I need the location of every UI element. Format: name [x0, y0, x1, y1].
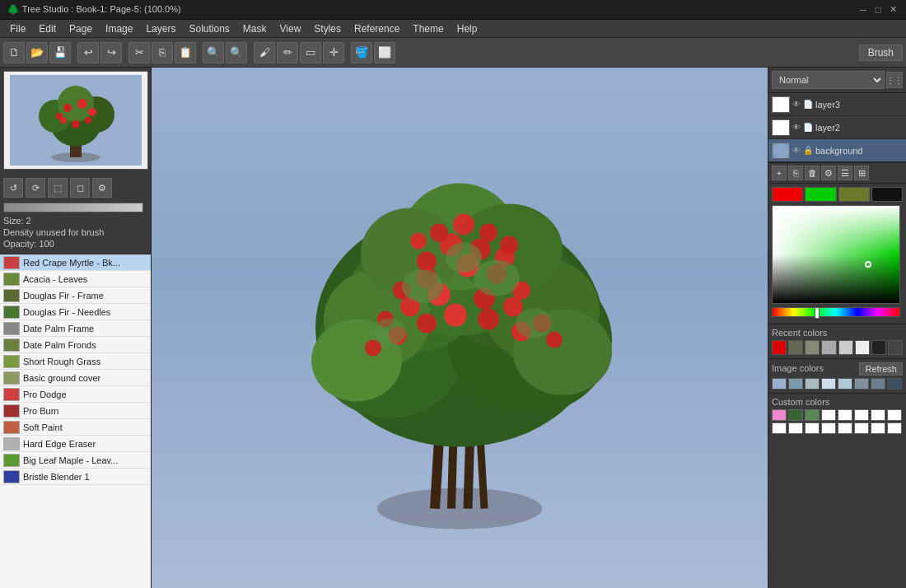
brush-list-item[interactable]: Red Crape Myrtle - Bk...: [0, 254, 151, 271]
image-color-swatch[interactable]: [887, 378, 902, 390]
menu-item-file[interactable]: File: [3, 21, 32, 36]
brush-list-item[interactable]: Douglas Fir - Frame: [0, 287, 151, 304]
hue-bar[interactable]: [772, 307, 900, 317]
menu-item-edit[interactable]: Edit: [32, 21, 63, 36]
layer-item[interactable]: 👁📄layer3: [768, 93, 906, 116]
menu-item-styles[interactable]: Styles: [307, 21, 348, 36]
canvas-area[interactable]: [152, 68, 768, 588]
duplicate-layer-button[interactable]: ⎘: [788, 166, 803, 180]
brush-list-item[interactable]: Short Rough Grass: [0, 353, 151, 370]
size-slider[interactable]: [3, 203, 143, 212]
custom-color-swatch[interactable]: [871, 422, 885, 434]
minimize-button[interactable]: ─: [857, 3, 870, 16]
menu-item-page[interactable]: Page: [63, 21, 99, 36]
custom-color-swatch[interactable]: [854, 409, 869, 421]
brush-list-item[interactable]: Basic ground cover: [0, 370, 151, 386]
brush-list-item[interactable]: Big Leaf Maple - Leav...: [0, 452, 151, 469]
open-button[interactable]: 📂: [26, 42, 48, 63]
image-color-swatch[interactable]: [805, 378, 820, 390]
save-button[interactable]: 💾: [49, 42, 71, 63]
menu-item-image[interactable]: Image: [99, 21, 139, 36]
menu-item-layers[interactable]: Layers: [139, 21, 182, 36]
image-color-swatch[interactable]: [788, 378, 803, 390]
custom-color-swatch[interactable]: [887, 409, 902, 421]
swatch-green[interactable]: [805, 187, 836, 202]
close-button[interactable]: ✕: [886, 3, 899, 16]
custom-color-swatch[interactable]: [805, 409, 820, 421]
delete-layer-button[interactable]: 🗑: [805, 166, 820, 180]
rect-tool-button[interactable]: ▭: [300, 42, 321, 63]
brush-list-item[interactable]: Douglas Fir - Needles: [0, 304, 151, 320]
brush-list-item[interactable]: Date Palm Fronds: [0, 337, 151, 353]
recent-color-swatch[interactable]: [855, 340, 870, 355]
recent-color-swatch[interactable]: [772, 340, 787, 355]
custom-color-swatch[interactable]: [821, 409, 836, 421]
menu-item-help[interactable]: Help: [451, 21, 484, 36]
redo-button[interactable]: ↪: [100, 42, 122, 63]
recent-color-swatch[interactable]: [805, 340, 820, 355]
layer-visibility-icon[interactable]: 👁: [792, 146, 801, 155]
tool-icon-3[interactable]: ⬚: [48, 178, 68, 198]
menu-item-reference[interactable]: Reference: [348, 21, 406, 36]
brush-list-item[interactable]: Pro Dodge: [0, 386, 151, 403]
custom-color-swatch[interactable]: [821, 422, 836, 434]
copy-button[interactable]: ⎘: [152, 42, 173, 63]
custom-color-swatch[interactable]: [871, 409, 885, 421]
recent-color-swatch[interactable]: [871, 340, 886, 355]
layer-visibility-icon[interactable]: 👁: [792, 123, 801, 132]
brush-tool-button[interactable]: 🖌: [254, 42, 275, 63]
image-color-swatch[interactable]: [871, 378, 885, 390]
layer-options-button[interactable]: ⋮⋮: [886, 72, 903, 88]
zoom-in-button[interactable]: 🔍: [203, 42, 224, 63]
custom-color-swatch[interactable]: [887, 422, 902, 434]
brush-list-item[interactable]: Hard Edge Eraser: [0, 436, 151, 452]
recent-color-swatch[interactable]: [888, 340, 903, 355]
custom-color-swatch[interactable]: [772, 409, 787, 421]
swatch-black[interactable]: [871, 187, 903, 202]
grid-view-button[interactable]: ⊞: [854, 166, 869, 180]
swatch-red[interactable]: [772, 187, 803, 202]
fill-tool-button[interactable]: 🪣: [351, 42, 372, 63]
cut-button[interactable]: ✂: [128, 42, 150, 63]
color-gradient[interactable]: [772, 205, 900, 304]
recent-color-swatch[interactable]: [821, 340, 836, 355]
layer-settings-button[interactable]: ⚙: [821, 166, 836, 180]
tool-icon-2[interactable]: ⟳: [26, 178, 45, 198]
custom-color-swatch[interactable]: [854, 422, 869, 434]
tool-icon-1[interactable]: ↺: [3, 178, 23, 198]
eraser-tool-button[interactable]: ⬜: [374, 42, 395, 63]
pencil-tool-button[interactable]: ✏: [277, 42, 298, 63]
menu-item-theme[interactable]: Theme: [406, 21, 450, 36]
recent-color-swatch[interactable]: [788, 340, 803, 355]
maximize-button[interactable]: □: [871, 3, 885, 16]
layer-visibility-icon[interactable]: 👁: [792, 100, 801, 109]
menu-item-mask[interactable]: Mask: [236, 21, 273, 36]
image-color-swatch[interactable]: [838, 378, 852, 390]
brush-list-item[interactable]: Pro Burn: [0, 403, 151, 419]
custom-color-swatch[interactable]: [805, 422, 820, 434]
brush-list-item[interactable]: Soft Paint: [0, 419, 151, 436]
add-layer-button[interactable]: +: [772, 166, 787, 180]
refresh-button[interactable]: Refresh: [859, 362, 903, 376]
menu-item-view[interactable]: View: [273, 21, 308, 36]
undo-button[interactable]: ↩: [77, 42, 99, 63]
brush-list-item[interactable]: Date Palm Frame: [0, 320, 151, 337]
brush-list-item[interactable]: Bristle Blender 1: [0, 469, 151, 485]
swatch-olive[interactable]: [838, 187, 870, 202]
image-color-swatch[interactable]: [772, 378, 787, 390]
custom-color-swatch[interactable]: [788, 422, 803, 434]
brush-list[interactable]: Red Crape Myrtle - Bk...Acacia - LeavesD…: [0, 254, 151, 588]
custom-color-swatch[interactable]: [788, 409, 803, 421]
custom-color-swatch[interactable]: [838, 409, 852, 421]
recent-color-swatch[interactable]: [838, 340, 853, 355]
new-button[interactable]: 🗋: [3, 42, 25, 63]
image-color-swatch[interactable]: [821, 378, 836, 390]
image-color-swatch[interactable]: [854, 378, 869, 390]
zoom-out-button[interactable]: 🔍: [226, 42, 247, 63]
brush-list-item[interactable]: Acacia - Leaves: [0, 271, 151, 287]
tool-icon-5[interactable]: ⚙: [92, 178, 112, 198]
paste-button[interactable]: 📋: [175, 42, 196, 63]
layer-item[interactable]: 👁📄layer2: [768, 116, 906, 139]
custom-color-swatch[interactable]: [772, 422, 787, 434]
list-view-button[interactable]: ☰: [838, 166, 852, 180]
